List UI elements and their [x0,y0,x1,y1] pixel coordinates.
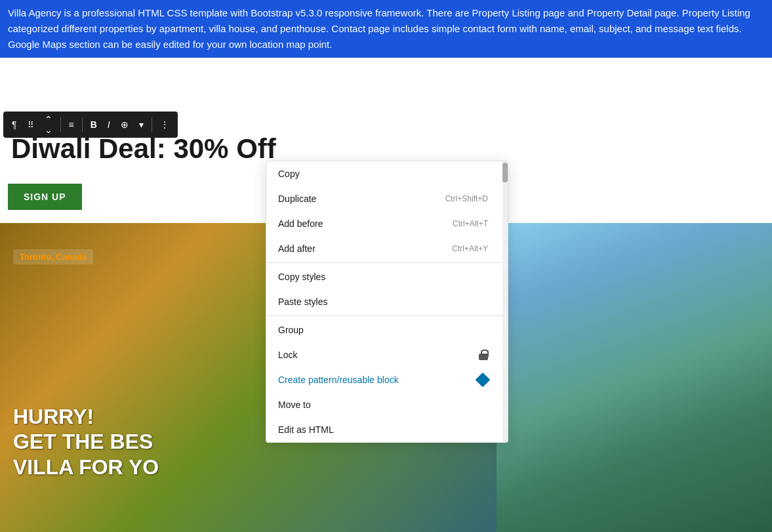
block-toolbar: ¶ ⠿ ⌃⌄ ≡ B I ⊕ ▾ ⋮ [3,112,178,138]
italic-icon: I [108,119,110,130]
toolbar-paragraph-btn[interactable]: ¶ [7,117,22,133]
context-menu-divider-1 [266,262,508,263]
context-menu: Copy Duplicate Ctrl+Shift+D Add before C… [266,161,508,443]
context-menu-item-copy-styles[interactable]: Copy styles [266,264,508,289]
add-after-shortcut: Ctrl+Alt+Y [452,244,488,253]
location-country: Canada [54,252,87,262]
add-before-label: Add before [278,218,323,229]
paragraph-icon: ¶ [12,119,17,130]
location-city: Toronto, [20,252,54,262]
toolbar-more-btn[interactable]: ⋮ [155,117,174,133]
toolbar-link-btn[interactable]: ⊕ [116,117,133,133]
add-before-shortcut: Ctrl+Alt+T [453,219,488,228]
chevron-down-icon: ▾ [139,119,144,130]
context-menu-item-add-after[interactable]: Add after Ctrl+Alt+Y [266,236,508,261]
toolbar-divider-3 [152,117,152,132]
overlay-text: HURRY! GET THE BES VILLA FOR YO [13,404,159,480]
context-menu-divider-2 [266,316,508,316]
copy-styles-label: Copy styles [278,272,325,282]
context-menu-item-edit-html[interactable]: Edit as HTML [266,417,508,442]
lock-icon [479,350,488,360]
move-icon: ⠿ [28,120,34,130]
context-menu-item-duplicate[interactable]: Duplicate Ctrl+Shift+D [266,186,508,211]
toolbar-divider-1 [60,117,61,132]
duplicate-label: Duplicate [278,194,316,204]
toolbar-align-btn[interactable]: ≡ [64,117,79,133]
toolbar-italic-btn[interactable]: I [103,117,115,133]
bold-icon: B [91,119,97,130]
copy-label: Copy [278,169,300,179]
selected-text-block: Villa Agency is a professional HTML CSS … [0,0,772,58]
add-after-label: Add after [278,243,315,254]
edit-html-label: Edit as HTML [278,424,334,435]
context-menu-item-add-before[interactable]: Add before Ctrl+Alt+T [266,211,508,236]
context-menu-item-copy[interactable]: Copy [266,161,508,186]
signup-button[interactable]: SIGN UP [8,184,82,210]
align-icon: ≡ [69,119,74,130]
paste-styles-label: Paste styles [278,297,327,307]
create-pattern-label: Create pattern/reusable block [278,375,399,385]
updown-icon: ⌃⌄ [45,114,52,135]
context-menu-item-create-pattern[interactable]: Create pattern/reusable block [266,367,508,392]
duplicate-shortcut: Ctrl+Shift+D [445,194,488,203]
toolbar-bold-btn[interactable]: B [86,117,102,133]
context-menu-item-lock[interactable]: Lock [266,342,508,367]
scrollbar-thumb[interactable] [502,163,508,182]
context-menu-item-paste-styles[interactable]: Paste styles [266,289,508,314]
move-to-label: Move to [278,399,311,410]
location-badge: Toronto, Canada [13,249,93,264]
context-menu-scrollbar[interactable] [502,161,508,442]
toolbar-updown-btn[interactable]: ⌃⌄ [40,112,57,138]
toolbar-move-btn[interactable]: ⠿ [23,117,39,133]
diamond-icon [476,373,491,388]
link-icon: ⊕ [121,119,129,130]
context-menu-item-group[interactable]: Group [266,317,508,342]
right-image-area [497,223,772,532]
toolbar-dropdown-btn[interactable]: ▾ [134,117,148,133]
toolbar-divider-2 [82,117,83,132]
group-label: Group [278,325,304,335]
context-menu-item-move-to[interactable]: Move to [266,392,508,417]
lock-label: Lock [278,350,298,360]
more-icon: ⋮ [160,119,169,130]
